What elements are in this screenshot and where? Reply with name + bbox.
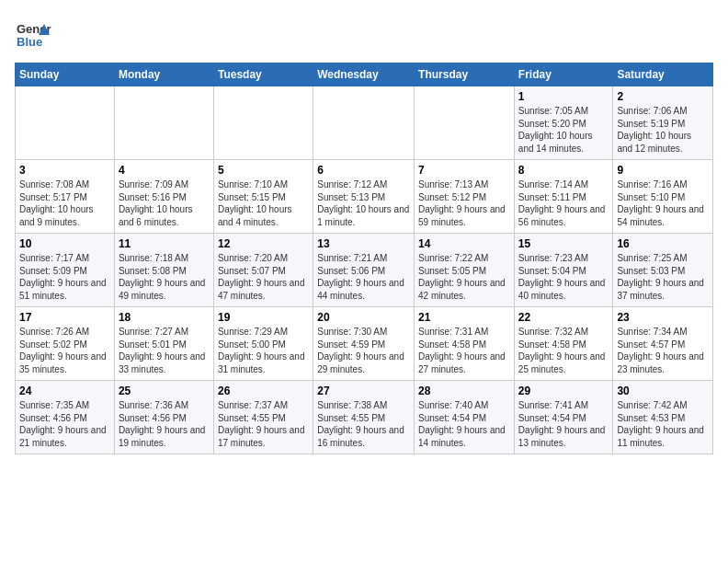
day-detail: Sunrise: 7:41 AM Sunset: 4:54 PM Dayligh… [518,399,609,449]
calendar-cell: 4Sunrise: 7:09 AM Sunset: 5:16 PM Daylig… [114,160,213,234]
day-number: 19 [218,311,309,324]
calendar-table: SundayMondayTuesdayWednesdayThursdayFrid… [15,63,713,454]
svg-text:Blue: Blue [17,35,42,49]
calendar-cell: 8Sunrise: 7:14 AM Sunset: 5:11 PM Daylig… [514,160,613,234]
calendar-cell [16,86,115,160]
calendar-cell: 30Sunrise: 7:42 AM Sunset: 4:53 PM Dayli… [613,381,713,454]
day-number: 6 [317,164,410,177]
day-number: 2 [617,90,709,103]
calendar-cell: 24Sunrise: 7:35 AM Sunset: 4:56 PM Dayli… [16,381,115,454]
day-number: 21 [418,311,510,324]
day-detail: Sunrise: 7:25 AM Sunset: 5:03 PM Dayligh… [617,252,709,302]
day-detail: Sunrise: 7:18 AM Sunset: 5:08 PM Dayligh… [119,252,210,302]
calendar-cell: 14Sunrise: 7:22 AM Sunset: 5:05 PM Dayli… [415,234,515,307]
calendar-cell: 21Sunrise: 7:31 AM Sunset: 4:58 PM Dayli… [415,307,515,381]
calendar-cell: 20Sunrise: 7:30 AM Sunset: 4:59 PM Dayli… [313,307,415,381]
calendar-cell: 22Sunrise: 7:32 AM Sunset: 4:58 PM Dayli… [514,307,613,381]
day-number: 3 [19,164,110,177]
calendar-cell [313,86,415,160]
day-detail: Sunrise: 7:26 AM Sunset: 5:02 PM Dayligh… [19,326,110,375]
calendar-week-row: 17Sunrise: 7:26 AM Sunset: 5:02 PM Dayli… [16,307,713,381]
calendar-cell: 17Sunrise: 7:26 AM Sunset: 5:02 PM Dayli… [16,307,115,381]
calendar-cell: 15Sunrise: 7:23 AM Sunset: 5:04 PM Dayli… [514,234,613,307]
day-detail: Sunrise: 7:22 AM Sunset: 5:05 PM Dayligh… [418,252,510,302]
day-number: 29 [518,385,609,397]
day-detail: Sunrise: 7:36 AM Sunset: 4:56 PM Dayligh… [119,399,210,449]
calendar-cell: 16Sunrise: 7:25 AM Sunset: 5:03 PM Dayli… [613,234,713,307]
calendar-cell: 3Sunrise: 7:08 AM Sunset: 5:17 PM Daylig… [16,160,115,234]
calendar-cell [114,86,213,160]
day-detail: Sunrise: 7:17 AM Sunset: 5:09 PM Dayligh… [19,252,110,302]
calendar-cell: 25Sunrise: 7:36 AM Sunset: 4:56 PM Dayli… [114,381,213,454]
day-number: 1 [518,90,609,103]
header-sunday: Sunday [16,63,115,86]
day-number: 10 [19,237,110,250]
day-number: 18 [119,311,210,324]
day-number: 24 [19,385,110,397]
calendar-cell: 12Sunrise: 7:20 AM Sunset: 5:07 PM Dayli… [213,234,313,307]
day-detail: Sunrise: 7:14 AM Sunset: 5:11 PM Dayligh… [518,178,609,228]
calendar-cell: 7Sunrise: 7:13 AM Sunset: 5:12 PM Daylig… [415,160,515,234]
day-detail: Sunrise: 7:08 AM Sunset: 5:17 PM Dayligh… [19,178,110,228]
calendar-cell: 5Sunrise: 7:10 AM Sunset: 5:15 PM Daylig… [213,160,313,234]
day-detail: Sunrise: 7:42 AM Sunset: 4:53 PM Dayligh… [617,399,709,449]
calendar-cell [213,86,313,160]
day-detail: Sunrise: 7:30 AM Sunset: 4:59 PM Dayligh… [317,326,410,375]
header-saturday: Saturday [613,63,713,86]
header-tuesday: Tuesday [213,63,313,86]
day-detail: Sunrise: 7:27 AM Sunset: 5:01 PM Dayligh… [119,326,210,375]
day-number: 7 [418,164,510,177]
day-detail: Sunrise: 7:21 AM Sunset: 5:06 PM Dayligh… [317,252,410,302]
day-number: 12 [218,237,309,250]
header-friday: Friday [514,63,613,86]
calendar-header-row: SundayMondayTuesdayWednesdayThursdayFrid… [16,63,713,86]
calendar-cell: 6Sunrise: 7:12 AM Sunset: 5:13 PM Daylig… [313,160,415,234]
calendar-week-row: 3Sunrise: 7:08 AM Sunset: 5:17 PM Daylig… [16,160,713,234]
day-number: 26 [218,385,309,397]
day-number: 13 [317,237,410,250]
day-detail: Sunrise: 7:40 AM Sunset: 4:54 PM Dayligh… [418,399,510,449]
day-detail: Sunrise: 7:37 AM Sunset: 4:55 PM Dayligh… [218,399,309,449]
day-detail: Sunrise: 7:12 AM Sunset: 5:13 PM Dayligh… [317,178,410,228]
day-detail: Sunrise: 7:38 AM Sunset: 4:55 PM Dayligh… [317,399,410,449]
calendar-cell: 13Sunrise: 7:21 AM Sunset: 5:06 PM Dayli… [313,234,415,307]
logo-icon: General Blue [15,15,51,52]
calendar-cell: 19Sunrise: 7:29 AM Sunset: 5:00 PM Dayli… [213,307,313,381]
calendar-cell: 10Sunrise: 7:17 AM Sunset: 5:09 PM Dayli… [16,234,115,307]
day-number: 11 [119,237,210,250]
day-number: 16 [617,237,709,250]
day-detail: Sunrise: 7:10 AM Sunset: 5:15 PM Dayligh… [218,178,309,228]
calendar-cell [415,86,515,160]
day-number: 14 [418,237,510,250]
header-wednesday: Wednesday [313,63,415,86]
day-number: 9 [617,164,709,177]
calendar-cell: 11Sunrise: 7:18 AM Sunset: 5:08 PM Dayli… [114,234,213,307]
calendar-cell: 1Sunrise: 7:05 AM Sunset: 5:20 PM Daylig… [514,86,613,160]
day-detail: Sunrise: 7:34 AM Sunset: 4:57 PM Dayligh… [617,326,709,375]
day-number: 28 [418,385,510,397]
calendar-cell: 18Sunrise: 7:27 AM Sunset: 5:01 PM Dayli… [114,307,213,381]
day-detail: Sunrise: 7:29 AM Sunset: 5:00 PM Dayligh… [218,326,309,375]
day-number: 30 [617,385,709,397]
day-number: 8 [518,164,609,177]
day-detail: Sunrise: 7:16 AM Sunset: 5:10 PM Dayligh… [617,178,709,228]
calendar-cell: 28Sunrise: 7:40 AM Sunset: 4:54 PM Dayli… [415,381,515,454]
calendar-cell: 27Sunrise: 7:38 AM Sunset: 4:55 PM Dayli… [313,381,415,454]
calendar-week-row: 24Sunrise: 7:35 AM Sunset: 4:56 PM Dayli… [16,381,713,454]
day-detail: Sunrise: 7:05 AM Sunset: 5:20 PM Dayligh… [518,105,609,155]
calendar-cell: 29Sunrise: 7:41 AM Sunset: 4:54 PM Dayli… [514,381,613,454]
calendar-cell: 23Sunrise: 7:34 AM Sunset: 4:57 PM Dayli… [613,307,713,381]
day-detail: Sunrise: 7:09 AM Sunset: 5:16 PM Dayligh… [119,178,210,228]
calendar-week-row: 10Sunrise: 7:17 AM Sunset: 5:09 PM Dayli… [16,234,713,307]
calendar-cell: 2Sunrise: 7:06 AM Sunset: 5:19 PM Daylig… [613,86,713,160]
calendar-week-row: 1Sunrise: 7:05 AM Sunset: 5:20 PM Daylig… [16,86,713,160]
day-number: 4 [119,164,210,177]
day-number: 22 [518,311,609,324]
header-monday: Monday [114,63,213,86]
day-detail: Sunrise: 7:32 AM Sunset: 4:58 PM Dayligh… [518,326,609,375]
day-detail: Sunrise: 7:20 AM Sunset: 5:07 PM Dayligh… [218,252,309,302]
calendar-cell: 26Sunrise: 7:37 AM Sunset: 4:55 PM Dayli… [213,381,313,454]
day-detail: Sunrise: 7:31 AM Sunset: 4:58 PM Dayligh… [418,326,510,375]
day-number: 15 [518,237,609,250]
logo: General Blue [15,15,55,52]
